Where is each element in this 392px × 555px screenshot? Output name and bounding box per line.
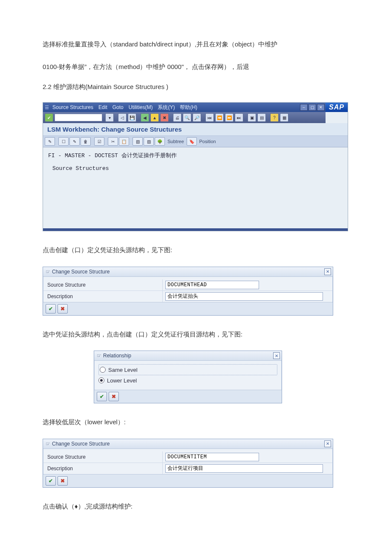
command-field[interactable] [55,114,102,121]
input-source-structure[interactable] [165,453,259,461]
copy-icon[interactable]: 📋 [119,137,129,146]
position-icon[interactable]: 🔖 [187,137,197,146]
menu-help[interactable]: 帮助(H) [180,104,197,111]
dropdown-icon[interactable]: ▾ [105,113,114,122]
check-icon[interactable]: ☑ [94,137,104,146]
create-icon[interactable]: ☐ [58,137,69,146]
close-icon[interactable]: ✕ [324,440,331,447]
next-page-icon[interactable]: ⏩ [225,113,233,122]
radio-same-level[interactable] [100,367,106,373]
print-icon[interactable]: 🖨 [173,113,182,122]
section-heading: 2.2 维护源结构(Maintain Source Structures ) [43,83,349,91]
paragraph: 选择标准批量直接导入（standard batch/direct input）,… [43,38,349,51]
window-icon: ☰ [43,103,51,112]
label-description: Description [43,463,163,474]
label-lower-level: Lower Level [107,377,137,384]
display-change-icon[interactable]: ✎ [45,137,55,146]
menu-source-structures[interactable]: Source Structures [52,104,93,110]
minimize-button[interactable]: – [300,104,308,111]
dialog-icon: ☞ [46,441,50,447]
radio-same-level-row[interactable]: Same Level [98,364,277,375]
prev-page-icon[interactable]: ⏪ [215,113,224,122]
paragraph: 0100-财务单据”，在方法（method）中维护 0000"， 点击保存网），… [43,61,349,73]
dialog-icon: ☞ [46,269,50,275]
standard-toolbar: ✔ ▾ ◁ 💾 ◀ ▲ ✖ 🖨 🔍 🔎 ⏮ ⏪ ⏩ ⏭ ▣ [43,112,326,123]
confirm-button[interactable]: ✔ [97,392,107,401]
input-description[interactable] [165,292,323,301]
radio-lower-level[interactable] [98,377,104,383]
cancel-button[interactable]: ✖ [58,304,68,313]
back-green-icon[interactable]: ◀ [141,113,149,122]
paragraph: 点击确认（♦）,完成源结构维护: [43,500,349,513]
cancel-button[interactable]: ✖ [109,392,119,401]
dialog-title: Change Source Structure [52,441,110,447]
cancel-button[interactable]: ✖ [58,476,68,486]
menu-edit[interactable]: Edit [98,104,107,110]
enter-icon[interactable]: ✔ [45,113,53,122]
shortcut-icon[interactable]: ▤ [257,113,266,122]
save-icon[interactable]: 💾 [128,113,136,122]
exit-icon[interactable]: ▲ [150,113,159,122]
label-same-level: Same Level [108,367,138,373]
input-source-structure[interactable] [165,281,259,289]
sap-logo: SAP [326,103,348,112]
cut-icon[interactable]: ✂ [108,137,118,146]
menu-system[interactable]: 系统(Y) [158,104,175,111]
application-toolbar: ✎ ☐ ✎ 🗑 ☑ ✂ 📋 ▧ ▨ 🌳 Subtree 🔖 Position [43,136,348,147]
subtree-button[interactable]: Subtree [166,139,186,144]
dialog-change-source-structure-item: ☞ Change Source Structure ✕ Source Struc… [43,439,333,488]
expand-icon[interactable]: ▧ [133,137,143,146]
menu-utilities[interactable]: Utilities(M) [129,104,153,110]
source-structures-label: Source Structures [48,165,343,172]
sap-titlebar: ☰ Source Structures Edit Goto Utilities(… [43,103,326,112]
sap-body: FI - MASTER - DOCTEST 会计凭证操作手册制作 Source … [43,147,348,231]
label-source-structure: Source Structure [43,451,163,463]
position-button[interactable]: Position [198,139,218,144]
restore-button[interactable]: ▢ [308,104,316,111]
object-path-text: FI - MASTER - DOCTEST 会计凭证操作手册制作 [48,152,343,159]
dialog-relationship: ☞ Relationship ✕ Same Level Lower Level … [94,351,282,403]
layout-icon[interactable]: ▦ [280,113,288,122]
find-icon[interactable]: 🔍 [183,113,191,122]
close-icon[interactable]: ✕ [273,352,280,359]
paragraph: 点击创建（口）定义凭证抬头源结构，见下图: [43,244,349,256]
tree-icon[interactable]: 🌳 [155,137,165,146]
radio-lower-level-row[interactable]: Lower Level [98,375,277,385]
back-icon[interactable]: ◁ [118,113,127,122]
screen-title: LSM Workbench: Change Source Structures [43,123,348,136]
paragraph: 选择较低层次（lower level）: [43,416,349,428]
new-session-icon[interactable]: ▣ [248,113,256,122]
help-icon[interactable]: ? [270,113,279,122]
sap-window: ☰ Source Structures Edit Goto Utilities(… [43,102,348,231]
first-page-icon[interactable]: ⏮ [205,113,214,122]
find-next-icon[interactable]: 🔎 [193,113,201,122]
cancel-icon[interactable]: ✖ [160,113,169,122]
input-description[interactable] [165,464,323,473]
change-icon[interactable]: ✎ [69,137,80,146]
last-page-icon[interactable]: ⏭ [235,113,243,122]
delete-icon[interactable]: 🗑 [81,137,91,146]
label-source-structure: Source Structure [43,279,163,290]
close-icon[interactable]: ✕ [324,268,331,275]
dialog-change-source-structure-head: ☞ Change Source Structure ✕ Source Struc… [43,267,333,316]
menu-goto[interactable]: Goto [112,104,124,110]
collapse-icon[interactable]: ▨ [144,137,154,146]
confirm-button[interactable]: ✔ [46,476,56,486]
dialog-title: Relationship [103,353,131,359]
label-description: Description [43,291,163,302]
close-button[interactable]: ✕ [317,104,325,111]
dialog-title: Change Source Structure [52,269,110,275]
dialog-icon: ☞ [97,353,101,359]
paragraph: 选中凭证抬头源结构，点击创建（口）定义凭证行项目源结构，见下图: [43,328,349,341]
confirm-button[interactable]: ✔ [46,304,56,313]
